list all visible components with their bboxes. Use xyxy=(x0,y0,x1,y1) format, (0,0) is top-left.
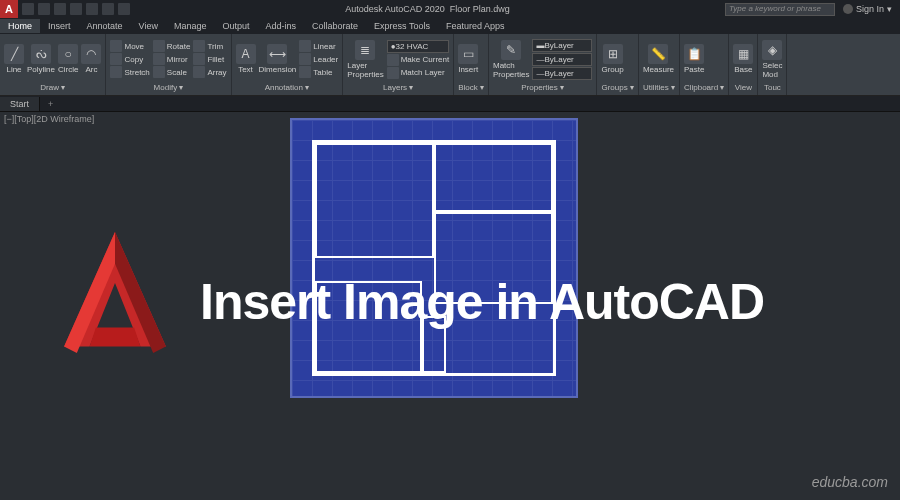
signin-button[interactable]: Sign In ▾ xyxy=(843,4,892,14)
line-icon: ╱ xyxy=(4,44,24,64)
match-layer-icon xyxy=(387,67,399,79)
polyline-button[interactable]: ᔔPolyline xyxy=(27,44,55,74)
layer-properties-button[interactable]: ≣Layer Properties xyxy=(347,40,383,79)
leader-button[interactable]: Leader xyxy=(299,53,338,65)
paste-icon: 📋 xyxy=(684,44,704,64)
panel-block: ▭Insert Block ▾ xyxy=(454,34,489,95)
panel-layers: ≣Layer Properties ● 32 HVAC Make Current… xyxy=(343,34,454,95)
panel-modify: Move Copy Stretch Rotate Mirror Scale Tr… xyxy=(106,34,231,95)
viewport-controls[interactable]: [−][Top][2D Wireframe] xyxy=(4,114,94,124)
panel-title-block[interactable]: Block ▾ xyxy=(458,82,484,93)
base-icon: ▦ xyxy=(733,44,753,64)
scale-button[interactable]: Scale xyxy=(153,66,191,78)
tab-view[interactable]: View xyxy=(131,19,166,33)
move-button[interactable]: Move xyxy=(110,40,149,52)
group-icon: ⊞ xyxy=(603,44,623,64)
table-icon xyxy=(299,66,311,78)
tab-express[interactable]: Express Tools xyxy=(366,19,438,33)
insert-button[interactable]: ▭Insert xyxy=(458,44,478,74)
ribbon: ╱Line ᔔPolyline ○Circle ◠Arc Draw ▾ Move… xyxy=(0,34,900,96)
polyline-icon: ᔔ xyxy=(31,44,51,64)
array-button[interactable]: Array xyxy=(193,66,226,78)
circle-button[interactable]: ○Circle xyxy=(58,44,78,74)
lineweight-dropdown[interactable]: — ByLayer xyxy=(532,53,592,66)
select-mode-button[interactable]: ◈Selec Mod xyxy=(762,40,782,79)
rotate-icon xyxy=(153,40,165,52)
leader-icon xyxy=(299,53,311,65)
trim-icon xyxy=(193,40,205,52)
tab-home[interactable]: Home xyxy=(0,19,40,33)
make-current-icon xyxy=(387,54,399,66)
panel-title-properties[interactable]: Properties ▾ xyxy=(493,82,592,93)
panel-title-touch[interactable]: Touc xyxy=(762,82,782,93)
measure-button[interactable]: 📏Measure xyxy=(643,44,674,74)
panel-touch: ◈Selec Mod Touc xyxy=(758,34,787,95)
panel-clipboard: 📋Paste Clipboard ▾ xyxy=(680,34,729,95)
panel-title-draw[interactable]: Draw ▾ xyxy=(4,82,101,93)
match-properties-icon: ✎ xyxy=(501,40,521,60)
text-icon: A xyxy=(236,44,256,64)
linear-button[interactable]: Linear xyxy=(299,40,338,52)
fillet-button[interactable]: Fillet xyxy=(193,53,226,65)
mirror-icon xyxy=(153,53,165,65)
text-button[interactable]: AText xyxy=(236,44,256,74)
match-layer-button[interactable]: Match Layer xyxy=(387,67,449,79)
tab-insert[interactable]: Insert xyxy=(40,19,79,33)
panel-title-clipboard[interactable]: Clipboard ▾ xyxy=(684,82,724,93)
quick-access-toolbar xyxy=(22,3,130,15)
qat-new-icon[interactable] xyxy=(22,3,34,15)
panel-view: ▦Base View xyxy=(729,34,758,95)
tab-collaborate[interactable]: Collaborate xyxy=(304,19,366,33)
copy-button[interactable]: Copy xyxy=(110,53,149,65)
fillet-icon xyxy=(193,53,205,65)
base-button[interactable]: ▦Base xyxy=(733,44,753,74)
doc-tab-start[interactable]: Start xyxy=(0,97,40,111)
qat-undo-icon[interactable] xyxy=(102,3,114,15)
qat-save-icon[interactable] xyxy=(54,3,66,15)
app-logo[interactable]: A xyxy=(0,0,18,18)
tab-addins[interactable]: Add-ins xyxy=(257,19,304,33)
panel-title-utilities[interactable]: Utilities ▾ xyxy=(643,82,675,93)
drawing-viewport[interactable]: [−][Top][2D Wireframe] Insert Image in A… xyxy=(0,112,900,500)
hero-overlay: Insert Image in AutoCAD xyxy=(50,232,870,372)
window-titlebar: A Autodesk AutoCAD 2020 Floor Plan.dwg T… xyxy=(0,0,900,18)
match-properties-button[interactable]: ✎Match Properties xyxy=(493,40,529,79)
layer-dropdown[interactable]: ● 32 HVAC xyxy=(387,40,449,53)
tab-annotate[interactable]: Annotate xyxy=(79,19,131,33)
stretch-icon xyxy=(110,66,122,78)
copy-icon xyxy=(110,53,122,65)
rotate-button[interactable]: Rotate xyxy=(153,40,191,52)
table-button[interactable]: Table xyxy=(299,66,338,78)
linear-icon xyxy=(299,40,311,52)
arc-button[interactable]: ◠Arc xyxy=(81,44,101,74)
tab-output[interactable]: Output xyxy=(214,19,257,33)
group-button[interactable]: ⊞Group xyxy=(601,44,623,74)
panel-title-layers[interactable]: Layers ▾ xyxy=(347,82,449,93)
linetype-dropdown[interactable]: — ByLayer xyxy=(532,67,592,80)
qat-redo-icon[interactable] xyxy=(118,3,130,15)
qat-plot-icon[interactable] xyxy=(86,3,98,15)
tab-featured[interactable]: Featured Apps xyxy=(438,19,513,33)
measure-icon: 📏 xyxy=(648,44,668,64)
trim-button[interactable]: Trim xyxy=(193,40,226,52)
search-input[interactable]: Type a keyword or phrase xyxy=(725,3,835,16)
qat-saveas-icon[interactable] xyxy=(70,3,82,15)
panel-title-groups[interactable]: Groups ▾ xyxy=(601,82,633,93)
line-button[interactable]: ╱Line xyxy=(4,44,24,74)
panel-title-annotation[interactable]: Annotation ▾ xyxy=(236,82,339,93)
tab-manage[interactable]: Manage xyxy=(166,19,215,33)
new-tab-button[interactable]: + xyxy=(40,97,61,111)
autocad-logo-icon xyxy=(50,232,180,372)
chevron-down-icon: ▾ xyxy=(887,4,892,14)
make-current-button[interactable]: Make Current xyxy=(387,54,449,66)
panel-title-view[interactable]: View xyxy=(733,82,753,93)
qat-open-icon[interactable] xyxy=(38,3,50,15)
panel-title-modify[interactable]: Modify ▾ xyxy=(110,82,226,93)
color-dropdown[interactable]: ▬ ByLayer xyxy=(532,39,592,52)
circle-icon: ○ xyxy=(58,44,78,64)
paste-button[interactable]: 📋Paste xyxy=(684,44,704,74)
stretch-button[interactable]: Stretch xyxy=(110,66,149,78)
arc-icon: ◠ xyxy=(81,44,101,64)
dimension-button[interactable]: ⟷Dimension xyxy=(259,44,297,74)
mirror-button[interactable]: Mirror xyxy=(153,53,191,65)
